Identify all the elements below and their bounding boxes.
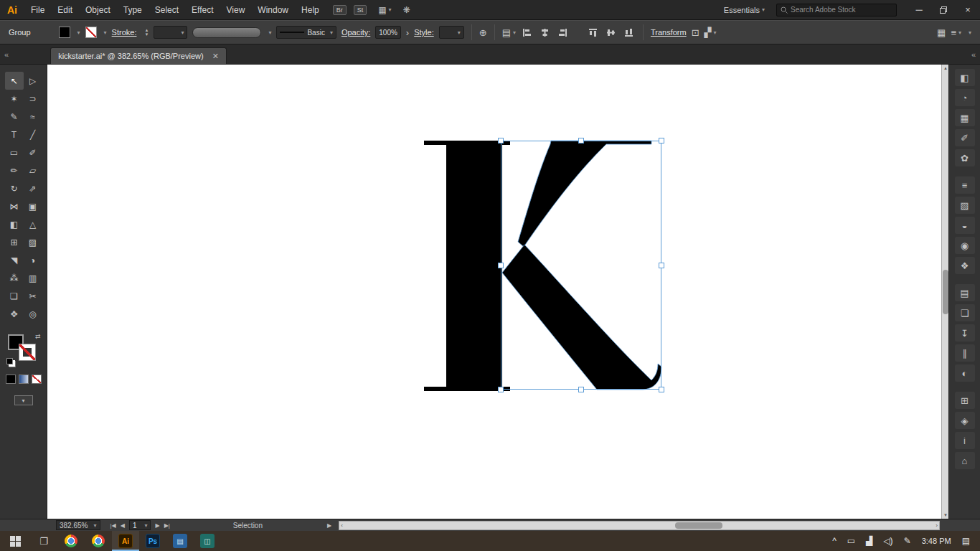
perspective-grid-tool[interactable]: △: [24, 215, 42, 233]
vertical-scrollbar[interactable]: ▲ ▼: [941, 65, 948, 519]
volume-icon[interactable]: ◁): [883, 536, 892, 546]
opacity-panel-link[interactable]: Opacity:: [341, 28, 370, 37]
close-button[interactable]: ×: [956, 0, 980, 20]
menu-window[interactable]: Window: [251, 5, 295, 15]
start-button[interactable]: [0, 531, 30, 551]
chevron-down-icon[interactable]: ▾: [268, 29, 271, 36]
shape-builder-tool[interactable]: ◧: [5, 215, 24, 233]
panel-transform[interactable]: ⊞: [955, 392, 975, 409]
paintbrush-tool[interactable]: ✐: [24, 143, 42, 161]
panel-color[interactable]: ◧: [955, 69, 975, 86]
taskbar-app-7[interactable]: ◫: [194, 531, 221, 551]
taskbar-chrome[interactable]: [57, 531, 85, 551]
document-layout-icon[interactable]: ▦: [937, 27, 946, 38]
k-arm-path-selected[interactable]: [518, 141, 651, 247]
selection-handle[interactable]: [659, 387, 664, 392]
selection-handle[interactable]: [499, 138, 504, 143]
menu-effect[interactable]: Effect: [185, 5, 220, 15]
panel-graphic-styles[interactable]: ❖: [955, 257, 975, 274]
minimize-button[interactable]: ─: [907, 0, 931, 20]
pencil-tool[interactable]: ✏: [5, 161, 24, 179]
vertical-scroll-thumb[interactable]: [943, 270, 948, 314]
canvas-artboard[interactable]: [47, 65, 941, 519]
selection-handle[interactable]: [579, 387, 584, 392]
menu-edit[interactable]: Edit: [51, 5, 79, 15]
panel-transparency[interactable]: ◒: [955, 217, 975, 234]
selection-handle[interactable]: [579, 138, 584, 143]
k-leg-path-selected[interactable]: [502, 245, 661, 390]
pen-tool[interactable]: ✎: [5, 108, 24, 126]
stroke-weight-stepper[interactable]: ▲▼: [144, 28, 149, 37]
taskbar-chrome-2[interactable]: [85, 531, 112, 551]
horizontal-scrollbar[interactable]: ‹ ›: [339, 521, 940, 530]
style-panel-link[interactable]: Style:: [414, 28, 434, 37]
gpu-performance-icon[interactable]: ❋: [403, 5, 410, 15]
stroke-panel-link[interactable]: Stroke:: [112, 28, 137, 37]
bridge-button[interactable]: Br: [333, 5, 347, 15]
free-transform-tool[interactable]: ▣: [24, 197, 42, 215]
arrange-documents-icon[interactable]: ▦▾: [378, 5, 391, 15]
artboard-tool[interactable]: ❏: [5, 287, 24, 305]
selection-handle[interactable]: [499, 387, 504, 392]
zoom-tool[interactable]: ◎: [24, 305, 42, 323]
panel-pathfinder[interactable]: ◐: [955, 364, 975, 382]
panel-layers[interactable]: ▤: [955, 284, 975, 301]
panel-artboards[interactable]: ❏: [955, 304, 975, 321]
opacity-menu-arrow[interactable]: ›: [406, 27, 409, 38]
graphic-style-dropdown[interactable]: ▾: [439, 26, 464, 39]
recolor-artwork-icon[interactable]: ⊕: [479, 27, 487, 38]
menu-file[interactable]: File: [24, 5, 51, 15]
symbol-sprayer-tool[interactable]: ⁂: [5, 269, 24, 287]
panel-navigator[interactable]: ◈: [955, 412, 975, 429]
panel-libraries[interactable]: ⌂: [955, 452, 975, 469]
panel-swatches[interactable]: ▦: [955, 109, 975, 126]
lasso-tool[interactable]: ⊃: [24, 90, 42, 108]
taskbar-clock[interactable]: 3:48 PM: [922, 537, 951, 545]
stock-button[interactable]: St: [354, 5, 367, 15]
menu-help[interactable]: Help: [295, 5, 326, 15]
last-artboard-button[interactable]: ▶|: [164, 522, 170, 529]
panel-brushes[interactable]: ✐: [955, 129, 975, 146]
network-icon[interactable]: ▟: [866, 536, 872, 546]
panel-stroke[interactable]: ≡: [955, 176, 975, 194]
line-segment-tool[interactable]: ╱: [24, 126, 42, 143]
magic-wand-tool[interactable]: ✶: [5, 90, 24, 108]
chevron-down-icon[interactable]: ▾: [77, 29, 80, 36]
rectangle-tool[interactable]: ▭: [5, 143, 24, 161]
battery-icon[interactable]: ▭: [847, 536, 855, 546]
selection-handle[interactable]: [659, 138, 664, 143]
menu-object[interactable]: Object: [79, 5, 117, 15]
blend-tool[interactable]: ◑: [24, 251, 42, 269]
hidden-icons-chevron[interactable]: ^: [832, 536, 837, 546]
color-button[interactable]: [6, 375, 16, 384]
selection-handle[interactable]: [499, 263, 504, 268]
adobe-stock-search[interactable]: [776, 4, 897, 17]
slice-tool[interactable]: ✂: [24, 287, 42, 305]
collapse-toolbar-icon[interactable]: «: [0, 50, 13, 59]
isolate-object-icon[interactable]: ▤▾: [502, 27, 516, 38]
stroke-color-swatch[interactable]: [85, 27, 97, 38]
hand-tool[interactable]: ✥: [5, 305, 24, 323]
gradient-tool[interactable]: ▨: [24, 233, 42, 251]
search-input[interactable]: [791, 6, 892, 14]
rotate-tool[interactable]: ↻: [5, 179, 24, 197]
taskbar-file-explorer[interactable]: ❐: [30, 531, 57, 551]
workspace-switcher[interactable]: Essentials▾: [724, 6, 765, 14]
taskbar-app-6[interactable]: ▤: [166, 531, 194, 551]
pen-input-icon[interactable]: ✎: [904, 536, 911, 546]
chevron-down-icon[interactable]: ▾: [104, 29, 107, 36]
status-flyout-arrow[interactable]: ▶: [327, 522, 331, 529]
panel-appearance[interactable]: ◉: [955, 237, 975, 254]
panel-gradient[interactable]: ▨: [955, 197, 975, 214]
fill-color-swatch[interactable]: [59, 27, 70, 38]
align-horizontal-right-icon[interactable]: [557, 26, 570, 39]
none-button[interactable]: [32, 375, 42, 384]
collapse-panels-icon[interactable]: «: [967, 50, 980, 59]
scroll-up-arrow[interactable]: ▲: [942, 65, 949, 72]
width-tool[interactable]: ⋈: [5, 197, 24, 215]
scroll-right-arrow[interactable]: ›: [936, 522, 938, 529]
screen-mode-button[interactable]: ▾: [14, 395, 33, 405]
selection-handle[interactable]: [659, 263, 664, 268]
align-horizontal-left-icon[interactable]: [521, 26, 534, 39]
taskbar-illustrator[interactable]: Ai: [112, 531, 139, 551]
